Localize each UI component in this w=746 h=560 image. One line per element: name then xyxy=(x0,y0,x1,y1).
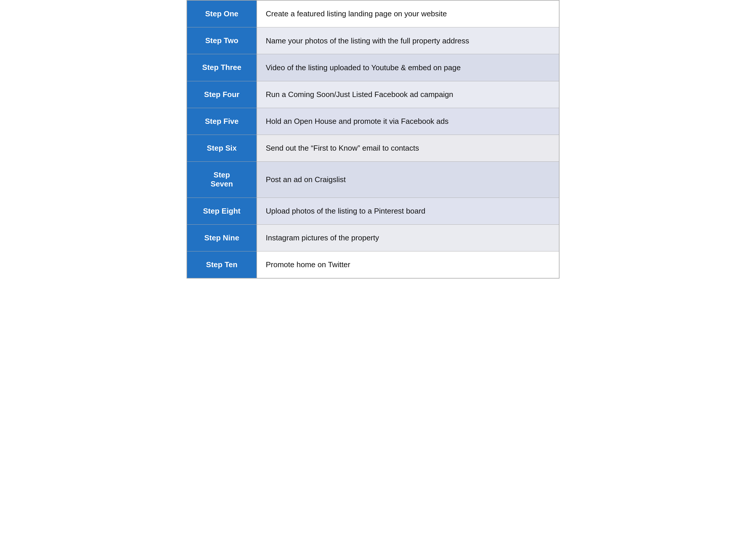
table-row: Step EightUpload photos of the listing t… xyxy=(187,198,559,225)
step-cell-4: Step Five xyxy=(187,108,257,135)
step-cell-3: Step Four xyxy=(187,81,257,108)
step-label-4: Step Five xyxy=(205,117,239,126)
table-row: Step TwoName your photos of the listing … xyxy=(187,27,559,54)
step-cell-0: Step One xyxy=(187,1,257,27)
steps-table: Step OneCreate a featured listing landin… xyxy=(186,0,560,278)
table-row: Step FiveHold an Open House and promote … xyxy=(187,108,559,135)
step-label-5: Step Six xyxy=(207,144,237,153)
step-cell-7: Step Eight xyxy=(187,198,257,224)
step-label-2: Step Three xyxy=(202,63,241,72)
step-cell-9: Step Ten xyxy=(187,252,257,278)
table-row: Step OneCreate a featured listing landin… xyxy=(187,1,559,27)
content-cell-3: Run a Coming Soon/Just Listed Facebook a… xyxy=(257,81,559,108)
content-cell-6: Post an ad on Craigslist xyxy=(257,162,559,197)
table-row: Step TenPromote home on Twitter xyxy=(187,252,559,278)
content-cell-5: Send out the “First to Know” email to co… xyxy=(257,135,559,161)
table-row: Step SixSend out the “First to Know” ema… xyxy=(187,135,559,162)
table-row: Step NineInstagram pictures of the prope… xyxy=(187,225,559,252)
step-cell-1: Step Two xyxy=(187,27,257,54)
content-cell-2: Video of the listing uploaded to Youtube… xyxy=(257,54,559,81)
step-cell-8: Step Nine xyxy=(187,225,257,251)
step-label-9: Step Ten xyxy=(206,260,237,269)
content-cell-9: Promote home on Twitter xyxy=(257,252,559,278)
step-label-6: Step Seven xyxy=(211,171,233,188)
content-cell-0: Create a featured listing landing page o… xyxy=(257,1,559,27)
content-cell-1: Name your photos of the listing with the… xyxy=(257,27,559,54)
step-label-0: Step One xyxy=(205,9,238,18)
step-label-7: Step Eight xyxy=(203,207,241,216)
step-cell-5: Step Six xyxy=(187,135,257,161)
step-label-3: Step Four xyxy=(204,90,239,99)
table-row: Step SevenPost an ad on Craigslist xyxy=(187,162,559,198)
table-row: Step FourRun a Coming Soon/Just Listed F… xyxy=(187,81,559,108)
table-row: Step ThreeVideo of the listing uploaded … xyxy=(187,54,559,81)
step-label-8: Step Nine xyxy=(204,233,239,242)
step-label-1: Step Two xyxy=(205,36,238,45)
content-cell-7: Upload photos of the listing to a Pinter… xyxy=(257,198,559,224)
content-cell-8: Instagram pictures of the property xyxy=(257,225,559,251)
step-cell-2: Step Three xyxy=(187,54,257,81)
step-cell-6: Step Seven xyxy=(187,162,257,197)
content-cell-4: Hold an Open House and promote it via Fa… xyxy=(257,108,559,135)
